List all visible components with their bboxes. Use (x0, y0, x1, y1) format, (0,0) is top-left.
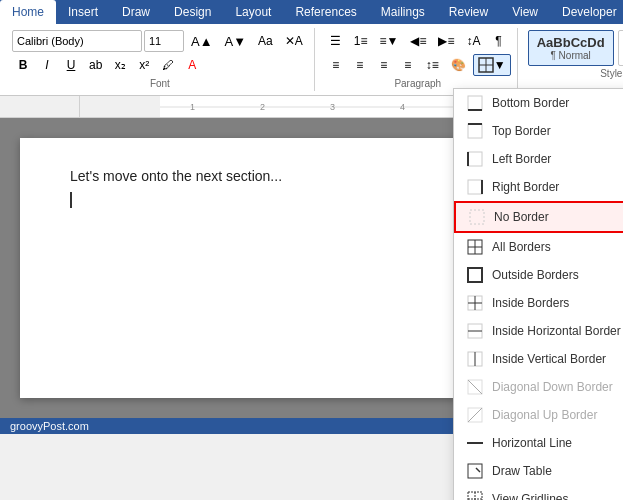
style-no-spacing[interactable]: AaBbCcDd 1 No Spa (618, 30, 623, 66)
document-page[interactable]: Let's move onto the next section... (20, 138, 470, 398)
menu-item-all-borders-label: All Borders (492, 240, 551, 254)
align-left-button[interactable]: ≡ (325, 54, 347, 76)
svg-line-31 (468, 408, 482, 422)
bold-button[interactable]: B (12, 54, 34, 76)
menu-item-diag-down-border: Diagonal Down Border (454, 373, 623, 401)
show-formatting-button[interactable]: ¶ (487, 30, 509, 52)
paragraph-group: ☰ 1≡ ≡▼ ◀≡ ▶≡ ↕A ¶ ≡ ≡ ≡ ≡ ↕≡ 🎨 (319, 28, 518, 91)
tab-home[interactable]: Home (0, 0, 56, 24)
menu-item-inside-v-border[interactable]: Inside Vertical Border (454, 345, 623, 373)
svg-line-29 (468, 380, 482, 394)
increase-indent-button[interactable]: ▶≡ (433, 30, 459, 52)
menu-item-top-border[interactable]: Top Border (454, 117, 623, 145)
svg-rect-10 (468, 124, 482, 138)
font-color-button[interactable]: A (181, 54, 203, 76)
draw-table-icon (466, 462, 484, 480)
sort-button[interactable]: ↕A (461, 30, 485, 52)
menu-item-all-borders[interactable]: All Borders (454, 233, 623, 261)
menu-item-view-gridlines-label: View Gridlines (492, 492, 568, 500)
borders-dropdown: Bottom Border Top Border Left Border Rig… (453, 88, 623, 500)
menu-item-inside-v-border-label: Inside Vertical Border (492, 352, 606, 366)
ribbon-tabs-bar: Home Insert Draw Design Layout Reference… (0, 0, 623, 24)
menu-item-top-border-label: Top Border (492, 124, 551, 138)
top-border-icon (466, 122, 484, 140)
svg-text:1: 1 (190, 102, 195, 112)
tab-layout[interactable]: Layout (223, 0, 283, 24)
strikethrough-button[interactable]: ab (84, 54, 107, 76)
justify-button[interactable]: ≡ (397, 54, 419, 76)
align-center-button[interactable]: ≡ (349, 54, 371, 76)
footer-text: groovyPost.com (10, 420, 89, 432)
tab-developer[interactable]: Developer (550, 0, 623, 24)
menu-item-bottom-border[interactable]: Bottom Border (454, 89, 623, 117)
style-normal-label: ¶ Normal (537, 50, 605, 61)
svg-rect-8 (468, 96, 482, 110)
tab-draw[interactable]: Draw (110, 0, 162, 24)
clear-format-button[interactable]: ✕A (280, 30, 308, 52)
tab-review[interactable]: Review (437, 0, 500, 24)
menu-item-left-border[interactable]: Left Border (454, 145, 623, 173)
menu-item-draw-table[interactable]: Draw Table (454, 457, 623, 485)
italic-button[interactable]: I (36, 54, 58, 76)
outside-borders-icon (466, 266, 484, 284)
menu-item-diag-up-border: Diagonal Up Border (454, 401, 623, 429)
font-size-input[interactable]: 11 (144, 30, 184, 52)
svg-rect-20 (468, 268, 482, 282)
menu-item-horizontal-line[interactable]: Horizontal Line (454, 429, 623, 457)
menu-item-inside-h-border[interactable]: Inside Horizontal Border (454, 317, 623, 345)
inside-borders-icon (466, 294, 484, 312)
inside-v-border-icon (466, 350, 484, 368)
bottom-border-icon (466, 94, 484, 112)
line-spacing-button[interactable]: ↕≡ (421, 54, 444, 76)
tab-design[interactable]: Design (162, 0, 223, 24)
font-group: Calibri (Body) 11 A▲ A▼ Aa ✕A B I U ab x… (6, 28, 315, 91)
multilevel-list-button[interactable]: ≡▼ (374, 30, 403, 52)
ribbon-body: Calibri (Body) 11 A▲ A▼ Aa ✕A B I U ab x… (0, 24, 623, 96)
tab-mailings[interactable]: Mailings (369, 0, 437, 24)
menu-item-outside-borders-label: Outside Borders (492, 268, 579, 282)
styles-group-label: Styles (600, 66, 623, 79)
decrease-indent-button[interactable]: ◀≡ (405, 30, 431, 52)
text-highlight-button[interactable]: 🖊 (157, 54, 179, 76)
all-borders-icon (466, 238, 484, 256)
tab-references[interactable]: References (283, 0, 368, 24)
bullets-button[interactable]: ☰ (325, 30, 347, 52)
svg-text:2: 2 (260, 102, 265, 112)
menu-item-view-gridlines[interactable]: View Gridlines (454, 485, 623, 500)
menu-item-inside-borders[interactable]: Inside Borders (454, 289, 623, 317)
menu-item-right-border[interactable]: Right Border (454, 173, 623, 201)
text-cursor (70, 192, 72, 208)
right-border-icon (466, 178, 484, 196)
borders-button[interactable]: ▼ (473, 54, 511, 76)
increase-font-button[interactable]: A▲ (186, 30, 218, 52)
menu-item-h-line-label: Horizontal Line (492, 436, 572, 450)
left-border-icon (466, 150, 484, 168)
underline-button[interactable]: U (60, 54, 82, 76)
decrease-font-button[interactable]: A▼ (220, 30, 252, 52)
paragraph-group-label: Paragraph (394, 76, 441, 89)
numbered-list-button[interactable]: 1≡ (349, 30, 373, 52)
font-group-label: Font (150, 76, 170, 89)
diag-down-border-icon (466, 378, 484, 396)
font-name-input[interactable]: Calibri (Body) (12, 30, 142, 52)
style-normal-preview: AaBbCcDd (537, 35, 605, 50)
no-border-icon (468, 208, 486, 226)
subscript-button[interactable]: x₂ (109, 54, 131, 76)
menu-item-inside-h-border-label: Inside Horizontal Border (492, 324, 621, 338)
tab-insert[interactable]: Insert (56, 0, 110, 24)
align-right-button[interactable]: ≡ (373, 54, 395, 76)
change-case-button[interactable]: Aa (253, 30, 278, 52)
svg-rect-14 (468, 180, 482, 194)
menu-item-left-border-label: Left Border (492, 152, 551, 166)
style-normal[interactable]: AaBbCcDd ¶ Normal (528, 30, 614, 66)
svg-rect-16 (470, 210, 484, 224)
menu-item-no-border[interactable]: No Border (454, 201, 623, 233)
superscript-button[interactable]: x² (133, 54, 155, 76)
shading-button[interactable]: 🎨 (446, 54, 471, 76)
menu-item-outside-borders[interactable]: Outside Borders (454, 261, 623, 289)
tab-view[interactable]: View (500, 0, 550, 24)
view-gridlines-icon (466, 490, 484, 500)
inside-h-border-icon (466, 322, 484, 340)
horizontal-line-icon (466, 434, 484, 452)
menu-item-right-border-label: Right Border (492, 180, 559, 194)
